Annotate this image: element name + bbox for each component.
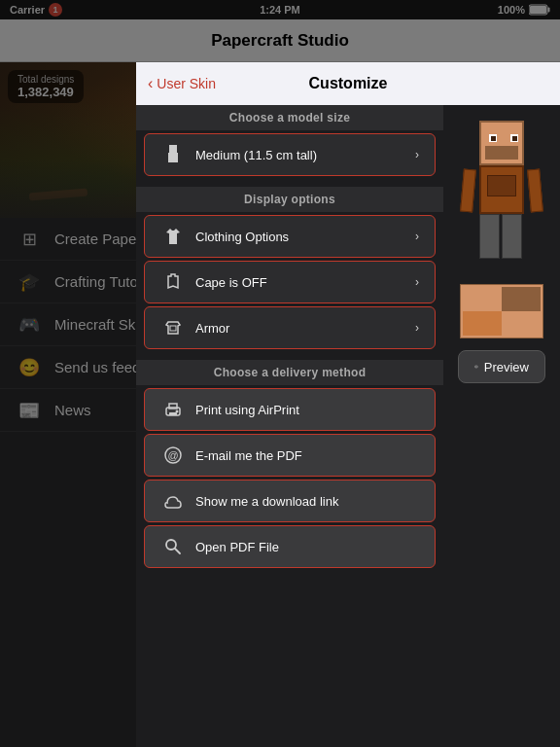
skin-p3 xyxy=(463,311,502,336)
mc-character xyxy=(458,121,545,276)
modal-left-panel: Choose a model size Medium (11.5 cm tall… xyxy=(136,105,443,747)
section-header-display: Display options xyxy=(136,187,443,212)
cape-chevron: › xyxy=(415,275,419,289)
svg-rect-3 xyxy=(169,145,177,153)
back-label: User Skin xyxy=(157,76,216,91)
section-header-model-size: Choose a model size xyxy=(136,105,443,130)
option-model-size[interactable]: Medium (11.5 cm tall) › xyxy=(144,133,436,176)
mc-body xyxy=(479,165,524,214)
preview-icon xyxy=(474,359,478,374)
clothing-icon xyxy=(160,224,186,249)
clothing-label: Clothing Options xyxy=(195,230,415,244)
skin-p2 xyxy=(502,287,541,311)
svg-rect-5 xyxy=(170,326,176,331)
section-space-1 xyxy=(136,179,443,187)
skin-p1 xyxy=(463,287,502,311)
option-armor[interactable]: Armor › xyxy=(144,306,436,349)
modal-body: Choose a model size Medium (11.5 cm tall… xyxy=(136,105,560,747)
svg-line-14 xyxy=(175,549,180,553)
armor-icon xyxy=(160,315,186,340)
preview-button[interactable]: Preview xyxy=(458,350,545,383)
mc-leg-left xyxy=(479,214,500,259)
cape-icon xyxy=(160,269,186,295)
svg-rect-4 xyxy=(168,153,178,162)
email-icon: @ xyxy=(160,443,186,468)
skin-pattern xyxy=(463,287,541,336)
mc-beard xyxy=(485,146,518,160)
mc-head xyxy=(479,121,524,165)
email-label: E-mail me the PDF xyxy=(195,448,302,463)
modal-right-panel: Preview xyxy=(443,105,560,747)
armor-chevron: › xyxy=(415,321,419,335)
svg-point-16 xyxy=(475,366,476,367)
skin-swatch xyxy=(460,284,543,338)
skin-p4 xyxy=(502,311,541,336)
mc-eye-right-pupil xyxy=(512,136,517,141)
svg-text:@: @ xyxy=(167,449,178,461)
clothing-chevron: › xyxy=(415,230,419,243)
section-header-delivery: Choose a delivery method xyxy=(136,360,443,385)
cape-label: Cape is OFF xyxy=(195,275,415,290)
delivery-download[interactable]: Show me a download link xyxy=(144,480,436,522)
armor-label: Armor xyxy=(195,321,415,336)
option-cape[interactable]: Cape is OFF › xyxy=(144,261,436,303)
option-clothing[interactable]: Clothing Options › xyxy=(144,215,436,258)
customize-modal: ‹ User Skin Customize Choose a model siz… xyxy=(136,62,560,747)
model-size-chevron: › xyxy=(415,148,419,161)
mc-eye-left-pupil xyxy=(491,136,496,141)
model-size-icon xyxy=(160,142,186,167)
delivery-open-pdf[interactable]: Open PDF File xyxy=(144,525,436,568)
open-pdf-label: Open PDF File xyxy=(195,540,279,554)
back-chevron-icon: ‹ xyxy=(148,75,153,92)
search-icon xyxy=(160,534,186,559)
section-space-2 xyxy=(136,352,443,360)
airprint-label: Print using AirPrint xyxy=(195,403,299,417)
modal-title: Customize xyxy=(309,75,388,92)
download-icon xyxy=(160,488,186,514)
delivery-email[interactable]: @ E-mail me the PDF xyxy=(144,434,436,477)
mc-legs xyxy=(479,214,524,259)
mc-arm-left xyxy=(460,169,476,213)
modal-header: ‹ User Skin Customize xyxy=(136,62,560,105)
model-size-label: Medium (11.5 cm tall) xyxy=(195,148,415,162)
mc-body-detail xyxy=(487,175,516,196)
svg-rect-7 xyxy=(169,404,177,409)
delivery-airprint[interactable]: Print using AirPrint xyxy=(144,388,436,431)
modal-back-button[interactable]: ‹ User Skin xyxy=(148,75,216,92)
mc-leg-right xyxy=(502,214,522,259)
download-label: Show me a download link xyxy=(195,494,338,509)
svg-rect-9 xyxy=(169,412,177,415)
mc-arm-right xyxy=(527,169,543,213)
airprint-icon xyxy=(160,397,186,422)
preview-label: Preview xyxy=(484,360,529,374)
